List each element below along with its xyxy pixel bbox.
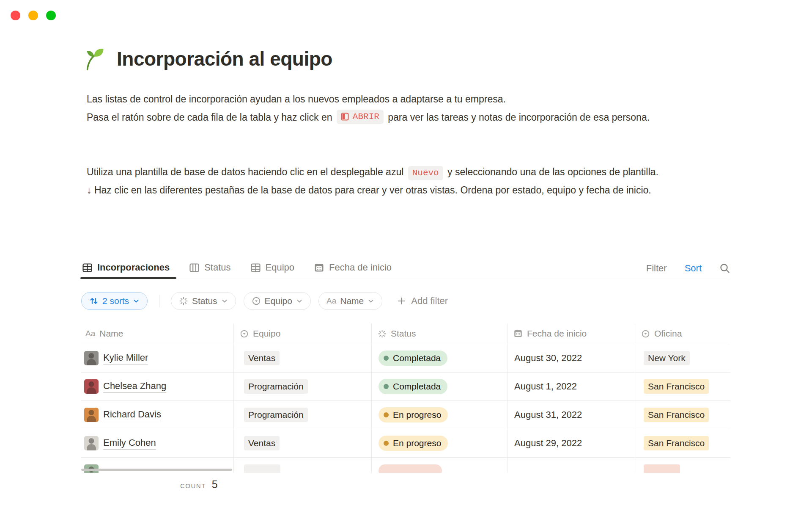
intro-text: Utiliza una plantilla de base de datos h… bbox=[87, 166, 403, 177]
oficina-cell[interactable]: New York bbox=[635, 344, 730, 372]
tab-incorporaciones[interactable]: Incorporaciones bbox=[81, 258, 170, 279]
nuevo-badge[interactable]: Nuevo bbox=[408, 166, 443, 180]
tab-equipo[interactable]: Equipo bbox=[250, 258, 296, 279]
aa-icon: Aa bbox=[85, 329, 95, 338]
tab-label: Fecha de inicio bbox=[329, 262, 392, 273]
board-icon bbox=[189, 262, 200, 273]
fecha-value: August 30, 2022 bbox=[514, 353, 582, 364]
select-icon bbox=[252, 296, 261, 306]
tab-label: Status bbox=[204, 262, 230, 273]
status-dot bbox=[384, 356, 389, 361]
view-actions: Filter Sort bbox=[646, 263, 730, 274]
tab-label: Equipo bbox=[266, 262, 295, 273]
avatar bbox=[84, 379, 99, 394]
add-filter-label: Add filter bbox=[411, 295, 448, 306]
fecha-value: August 1, 2022 bbox=[514, 381, 577, 392]
status-filter-chip[interactable]: Status bbox=[171, 292, 236, 310]
status-spinner-icon bbox=[378, 329, 387, 338]
status-pill-sliver bbox=[379, 464, 442, 473]
equipo-cell[interactable]: Programación bbox=[234, 373, 372, 400]
table-row: Chelsea ZhangProgramaciónCompletadaAugus… bbox=[81, 373, 730, 401]
maximize-window-button[interactable] bbox=[46, 11, 56, 20]
name-cell[interactable]: Richard Davis bbox=[81, 401, 234, 429]
person-name-link[interactable]: Kylie Miller bbox=[103, 352, 148, 364]
column-header-status[interactable]: Status bbox=[372, 323, 508, 344]
avatar bbox=[84, 408, 99, 422]
equipo-cell[interactable]: Programación bbox=[234, 401, 372, 429]
column-header-fecha[interactable]: Fecha de inicio bbox=[508, 323, 635, 344]
table-body: Kylie MillerVentasCompletadaAugust 30, 2… bbox=[81, 344, 730, 458]
intro-text: Las listas de control de incorporación a… bbox=[87, 94, 506, 105]
name-cell[interactable]: Chelsea Zhang bbox=[81, 373, 234, 400]
status-cell[interactable]: Completada bbox=[372, 373, 508, 400]
person-name-link[interactable]: Richard Davis bbox=[103, 409, 161, 421]
equipo-tag: Programación bbox=[244, 408, 308, 422]
table-row: Richard DavisProgramaciónEn progresoAugu… bbox=[81, 401, 730, 429]
status-cell[interactable]: En progreso bbox=[372, 429, 508, 457]
plus-icon bbox=[397, 296, 406, 306]
table-icon bbox=[250, 262, 261, 273]
oficina-cell[interactable]: San Francisco bbox=[635, 429, 730, 457]
close-window-button[interactable] bbox=[11, 11, 20, 20]
intro-paragraph-1: Las listas de control de incorporación a… bbox=[87, 90, 736, 127]
calendar-icon bbox=[513, 329, 523, 338]
count-label[interactable]: COUNT bbox=[180, 482, 206, 489]
table-footer: COUNT 5 bbox=[180, 478, 218, 491]
equipo-filter-chip[interactable]: Equipo bbox=[244, 292, 311, 310]
fecha-cell[interactable]: August 31, 2022 bbox=[508, 401, 635, 429]
tab-fecha-de-inicio[interactable]: Fecha de inicio bbox=[313, 258, 392, 279]
sort-arrows-icon bbox=[89, 296, 99, 306]
table-header-row: Aa Name Equipo Status Fecha de inicio Of… bbox=[81, 323, 730, 344]
tab-label: Incorporaciones bbox=[97, 262, 170, 273]
oficina-tag: San Francisco bbox=[644, 436, 709, 450]
column-header-oficina[interactable]: Oficina bbox=[635, 323, 730, 344]
sorts-chip[interactable]: 2 sorts bbox=[81, 292, 148, 310]
open-page-icon bbox=[341, 113, 349, 121]
abrir-badge[interactable]: ABRIR bbox=[337, 110, 384, 124]
sort-button[interactable]: Sort bbox=[685, 263, 702, 274]
horizontal-scrollbar-thumb[interactable] bbox=[81, 469, 232, 471]
fecha-cell[interactable]: August 29, 2022 bbox=[508, 429, 635, 457]
oficina-tag: San Francisco bbox=[644, 408, 709, 422]
equipo-cell[interactable]: Ventas bbox=[234, 344, 372, 372]
fecha-cell[interactable]: August 1, 2022 bbox=[508, 373, 635, 400]
tag-sliver bbox=[644, 464, 680, 473]
chevron-down-icon bbox=[133, 298, 140, 304]
name-cell[interactable]: Kylie Miller bbox=[81, 344, 234, 372]
person-name-link[interactable]: Emily Cohen bbox=[103, 437, 156, 450]
fecha-cell[interactable]: August 30, 2022 bbox=[508, 344, 635, 372]
equipo-cell[interactable]: Ventas bbox=[234, 429, 372, 457]
column-header-equipo[interactable]: Equipo bbox=[234, 323, 372, 344]
column-header-name[interactable]: Aa Name bbox=[81, 323, 234, 344]
oficina-cell[interactable]: San Francisco bbox=[635, 401, 730, 429]
fecha-value: August 31, 2022 bbox=[514, 409, 582, 420]
filter-button[interactable]: Filter bbox=[646, 263, 667, 274]
person-name-link[interactable]: Chelsea Zhang bbox=[103, 381, 166, 393]
intro-text: y seleccionando una de las opciones de p… bbox=[447, 166, 658, 177]
name-cell[interactable]: Emily Cohen bbox=[81, 429, 234, 457]
minimize-window-button[interactable] bbox=[28, 11, 38, 20]
oficina-cell[interactable]: San Francisco bbox=[635, 373, 730, 400]
status-dot bbox=[384, 412, 389, 417]
intro-paragraph-2: Utiliza una plantilla de base de datos h… bbox=[87, 163, 736, 199]
table-row: Kylie MillerVentasCompletadaAugust 30, 2… bbox=[81, 344, 730, 373]
page-title: Incorporación al equipo bbox=[117, 47, 332, 70]
chips-divider bbox=[159, 295, 159, 307]
page-header: Incorporación al equipo bbox=[81, 47, 332, 71]
status-pill: Completada bbox=[379, 379, 447, 394]
calendar-icon bbox=[314, 262, 324, 273]
status-cell[interactable]: En progreso bbox=[372, 401, 508, 429]
status-chip-label: Status bbox=[192, 296, 217, 306]
aa-icon: Aa bbox=[326, 296, 336, 306]
tab-status[interactable]: Status bbox=[188, 258, 231, 279]
table-row: Emily CohenVentasEn progresoAugust 29, 2… bbox=[81, 429, 730, 458]
equipo-tag: Ventas bbox=[244, 436, 280, 450]
add-filter-button[interactable]: Add filter bbox=[397, 295, 448, 306]
status-cell[interactable]: Completada bbox=[372, 344, 508, 372]
count-value: 5 bbox=[212, 478, 218, 491]
search-icon[interactable] bbox=[719, 263, 730, 274]
name-filter-chip[interactable]: Aa Name bbox=[318, 292, 382, 310]
chevron-down-icon bbox=[368, 298, 374, 304]
tag-sliver bbox=[244, 464, 280, 473]
status-dot bbox=[384, 384, 389, 389]
